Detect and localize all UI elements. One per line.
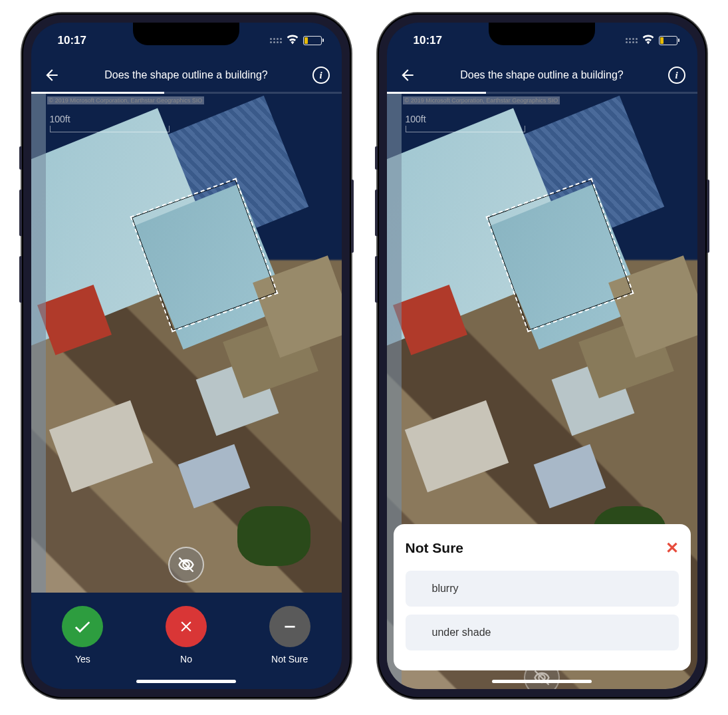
battery-icon: [659, 36, 677, 45]
answer-actions: Yes No Not Sure: [31, 593, 342, 689]
no-label: No: [180, 654, 192, 664]
no-button[interactable]: [166, 606, 207, 647]
notch: [133, 23, 239, 45]
satellite-map[interactable]: © 2019 Microsoft Corporation, Earthstar …: [31, 94, 342, 593]
nav-bar: Does the shape outline a building? i: [387, 59, 697, 92]
nav-bar: Does the shape outline a building? i: [31, 59, 342, 92]
sheet-option-blurry[interactable]: blurry: [406, 571, 679, 607]
side-button-right: [707, 180, 709, 253]
notsure-action: Not Sure: [269, 606, 310, 664]
status-indicators: [270, 34, 322, 48]
cellular-dots-icon: [626, 38, 638, 43]
home-indicator[interactable]: [136, 680, 236, 683]
status-indicators: [626, 34, 677, 48]
notsure-sheet: Not Sure ✕ blurry under shade: [394, 524, 691, 670]
side-buttons-left: [19, 146, 22, 323]
notch: [489, 23, 595, 45]
close-icon[interactable]: ✕: [666, 539, 679, 557]
cellular-dots-icon: [270, 38, 282, 43]
home-indicator[interactable]: [492, 680, 592, 683]
nav-title: Does the shape outline a building?: [61, 69, 312, 81]
map-attribution: © 2019 Microsoft Corporation, Earthstar …: [403, 96, 560, 104]
map-scale: 100ft: [50, 114, 170, 132]
sheet-option-undershade[interactable]: under shade: [406, 615, 679, 650]
nav-title: Does the shape outline a building?: [416, 69, 668, 81]
status-time: 10:17: [414, 34, 442, 47]
side-buttons-left: [375, 146, 378, 323]
status-time: 10:17: [58, 34, 86, 47]
wifi-icon: [642, 34, 655, 48]
no-action: No: [166, 606, 207, 664]
yes-label: Yes: [75, 654, 90, 664]
phone-frame-right: 10:17 Does the shape outline a building?…: [378, 13, 707, 698]
screen: 10:17 Does the shape outline a building?…: [387, 23, 697, 689]
notsure-button[interactable]: [269, 606, 310, 647]
info-icon[interactable]: i: [668, 67, 685, 84]
notsure-label: Not Sure: [271, 654, 308, 664]
screen: 10:17 Does the shape outline a building?…: [31, 23, 342, 689]
toggle-visibility-button[interactable]: [168, 547, 204, 583]
back-arrow-icon[interactable]: [43, 67, 61, 84]
yes-action: Yes: [62, 606, 103, 664]
yes-button[interactable]: [62, 606, 103, 647]
info-icon[interactable]: i: [312, 67, 330, 84]
battery-icon: [303, 36, 322, 45]
phone-frame-left: 10:17 Does the shape outline a building?…: [22, 13, 351, 698]
sheet-title: Not Sure: [406, 540, 464, 556]
map-scrollbar[interactable]: [31, 94, 46, 593]
wifi-icon: [286, 34, 299, 48]
side-button-right: [351, 180, 354, 253]
back-arrow-icon[interactable]: [399, 67, 416, 84]
satellite-map[interactable]: © 2019 Microsoft Corporation, Earthstar …: [387, 94, 697, 689]
map-attribution: © 2019 Microsoft Corporation, Earthstar …: [47, 96, 205, 104]
map-scale: 100ft: [406, 114, 525, 132]
svg-rect-0: [285, 626, 295, 628]
